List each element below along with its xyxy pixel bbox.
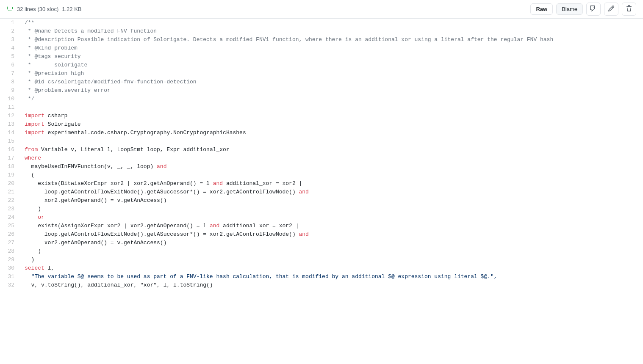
line-number: 30 — [0, 264, 21, 273]
line-content: where — [21, 154, 643, 163]
code-token: additional_xor = xor2 | — [219, 223, 299, 229]
line-count: 32 lines (30 sloc) — [17, 6, 58, 12]
code-token: xor2.getAnOperand() = v.getAnAccess() — [25, 197, 166, 204]
code-token: and — [299, 231, 309, 237]
toolbar-right: Raw Blame — [530, 3, 636, 16]
desktop-icon-button[interactable] — [586, 3, 601, 16]
line-number: 27 — [0, 239, 21, 247]
line-content: ) — [21, 205, 643, 213]
line-number: 12 — [0, 112, 21, 120]
table-row: 24 or — [0, 213, 643, 222]
line-content: * @kind problem — [21, 44, 643, 52]
table-row: 23 ) — [0, 205, 643, 213]
code-token: * @precision high — [25, 70, 84, 77]
table-row: 25 exists(AssignXorExpr xor2 | xor2.getA… — [0, 222, 643, 230]
line-content: * @problem.severity error — [21, 86, 643, 95]
line-content: xor2.getAnOperand() = v.getAnAccess() — [21, 196, 643, 205]
table-row: 16from Variable v, Literal l, LoopStmt l… — [0, 146, 643, 154]
code-token: and — [157, 163, 166, 170]
table-row: 21 loop.getAControlFlowExitNode().getASu… — [0, 188, 643, 196]
code-token: loop.getAControlFlowExitNode().getASucce… — [25, 189, 299, 195]
code-token: * @tags security — [25, 53, 81, 60]
code-token — [25, 214, 38, 221]
table-row: 7 * @precision high — [0, 69, 643, 78]
line-content: import Solorigate — [21, 120, 643, 129]
line-number: 32 — [0, 281, 21, 290]
code-token: additional_xor = xor2 | — [223, 180, 302, 187]
blame-button[interactable]: Blame — [556, 3, 583, 15]
line-number: 2 — [0, 27, 21, 36]
line-number: 24 — [0, 213, 21, 222]
code-token: exists(AssignXorExpr xor2 | xor2.getAnOp… — [25, 223, 210, 229]
line-content: /** — [21, 19, 643, 27]
table-row: 20 exists(BitwiseXorExpr xor2 | xor2.get… — [0, 179, 643, 188]
raw-button[interactable]: Raw — [530, 3, 553, 15]
table-row: 2 * @name Detects a modified FNV functio… — [0, 27, 643, 36]
table-row: 4 * @kind problem — [0, 44, 643, 52]
line-content: or — [21, 213, 643, 222]
line-number: 23 — [0, 205, 21, 213]
table-row: 15 — [0, 137, 643, 146]
table-row: 28 ) — [0, 247, 643, 256]
code-token: * solorigate — [25, 62, 87, 68]
code-token: * @kind problem — [25, 45, 78, 51]
code-token: * @problem.severity error — [25, 87, 111, 94]
code-token: * @description Possible indication of So… — [25, 36, 553, 43]
table-row: 32 v, v.toString(), additional_xor, "xor… — [0, 281, 643, 290]
table-row: 10 */ — [0, 95, 643, 103]
table-row: 8 * @id cs/solorigate/modified-fnv-funct… — [0, 78, 643, 86]
line-number: 4 — [0, 44, 21, 52]
line-number: 19 — [0, 171, 21, 179]
code-token: ) — [25, 248, 41, 254]
code-token: ( — [25, 172, 34, 178]
line-content: exists(AssignXorExpr xor2 | xor2.getAnOp… — [21, 222, 643, 230]
delete-icon-button[interactable] — [622, 3, 636, 16]
code-token: /** — [25, 19, 34, 26]
table-row: 19 ( — [0, 171, 643, 179]
code-token: and — [210, 223, 219, 229]
line-content: * @precision high — [21, 69, 643, 78]
table-row: 18 maybeUsedInFNVFunction(v, _, _, loop)… — [0, 163, 643, 171]
code-token: "The variable $@ seems to be used as par… — [25, 273, 497, 280]
line-number: 11 — [0, 103, 21, 112]
code-token: loop.getAControlFlowExitNode().getASucce… — [25, 231, 299, 237]
line-number: 18 — [0, 163, 21, 171]
table-row: 13import Solorigate — [0, 120, 643, 129]
code-token: */ — [25, 96, 34, 102]
line-content: loop.getAControlFlowExitNode().getASucce… — [21, 188, 643, 196]
code-token: experimental.code.csharp.Cryptography.No… — [44, 130, 246, 136]
line-number: 22 — [0, 196, 21, 205]
line-number: 8 — [0, 78, 21, 86]
code-token: import — [25, 121, 44, 127]
line-content: select l, — [21, 264, 643, 273]
code-token: xor2.getAnOperand() = v.getAnAccess() — [25, 240, 166, 246]
table-row: 1/** — [0, 19, 643, 27]
code-token: and — [299, 189, 309, 195]
line-content: * @description Possible indication of So… — [21, 36, 643, 44]
table-row: 31 "The variable $@ seems to be used as … — [0, 273, 643, 281]
code-token: from — [25, 146, 38, 153]
table-row: 17where — [0, 154, 643, 163]
code-token: * @id cs/solorigate/modified-fnv-functio… — [25, 79, 197, 85]
edit-icon-button[interactable] — [604, 3, 618, 16]
code-token: and — [213, 180, 223, 187]
code-token: Solorigate — [44, 121, 81, 127]
line-number: 5 — [0, 52, 21, 61]
table-row: 14import experimental.code.csharp.Crypto… — [0, 129, 643, 137]
table-row: 30select l, — [0, 264, 643, 273]
line-number: 9 — [0, 86, 21, 95]
table-row: 9 * @problem.severity error — [0, 86, 643, 95]
line-number: 7 — [0, 69, 21, 78]
line-content — [21, 103, 643, 112]
line-number: 3 — [0, 36, 21, 44]
toolbar: 🛡 32 lines (30 sloc) 1.22 KB Raw Blame — [0, 0, 643, 19]
line-content: import csharp — [21, 112, 643, 120]
line-number: 26 — [0, 230, 21, 239]
code-token: exists(BitwiseXorExpr xor2 | xor2.getAnO… — [25, 180, 213, 187]
code-token: select — [25, 265, 44, 271]
code-token: import — [25, 130, 44, 136]
table-row: 29 ) — [0, 256, 643, 264]
table-row: 12import csharp — [0, 112, 643, 120]
line-content: "The variable $@ seems to be used as par… — [21, 273, 643, 281]
line-number: 6 — [0, 61, 21, 69]
